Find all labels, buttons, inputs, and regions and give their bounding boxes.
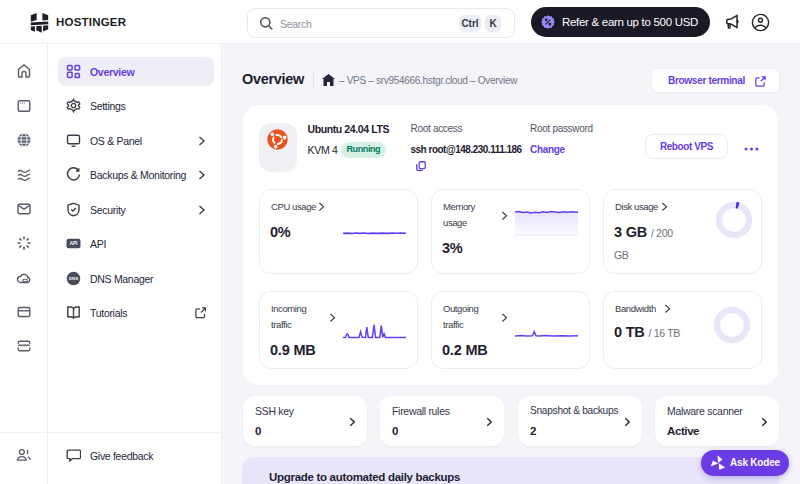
svg-text:DNS: DNS (69, 276, 78, 281)
svg-text:API: API (70, 241, 78, 246)
